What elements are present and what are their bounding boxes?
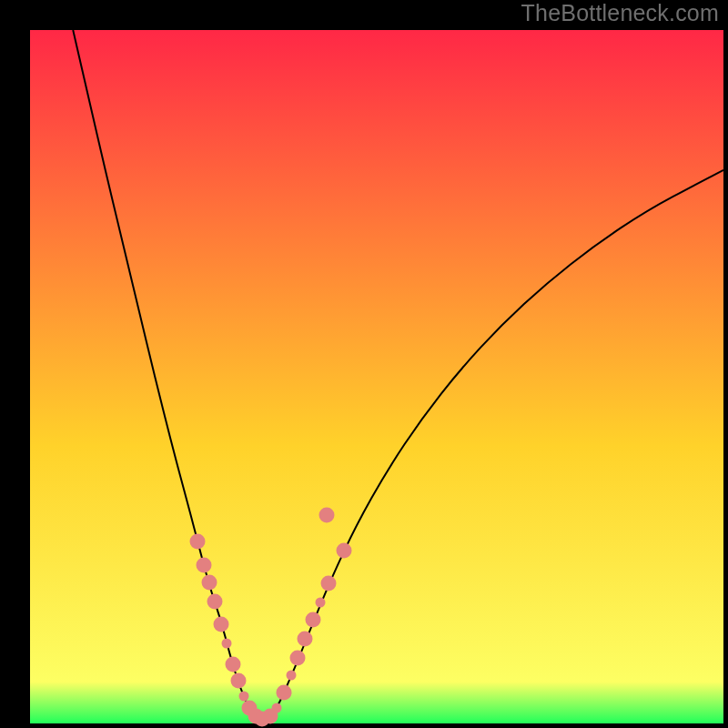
data-point <box>290 650 306 665</box>
plot-area <box>30 30 723 723</box>
data-point <box>286 670 296 680</box>
data-point <box>254 712 269 727</box>
data-point <box>207 593 222 609</box>
data-point <box>305 612 320 627</box>
data-point <box>238 691 248 701</box>
watermark-text: TheBottleneck.com <box>521 0 719 26</box>
data-point <box>272 703 282 713</box>
data-point <box>315 597 325 607</box>
data-point <box>197 558 212 573</box>
curve-layer <box>30 30 723 723</box>
data-point <box>201 574 217 590</box>
data-points-layer <box>30 30 723 723</box>
data-point <box>226 657 241 672</box>
data-point <box>190 534 206 550</box>
data-point <box>248 709 264 724</box>
data-point <box>214 617 229 632</box>
data-point <box>241 701 257 716</box>
data-point <box>276 685 291 701</box>
data-point <box>222 639 232 649</box>
data-point <box>262 709 278 724</box>
data-point <box>230 672 246 688</box>
bottleneck-curve <box>73 30 723 719</box>
data-point <box>320 576 336 592</box>
chart-frame: TheBottleneck.com <box>0 0 728 728</box>
data-point <box>337 542 352 558</box>
data-point <box>297 632 312 647</box>
data-point <box>319 508 335 523</box>
